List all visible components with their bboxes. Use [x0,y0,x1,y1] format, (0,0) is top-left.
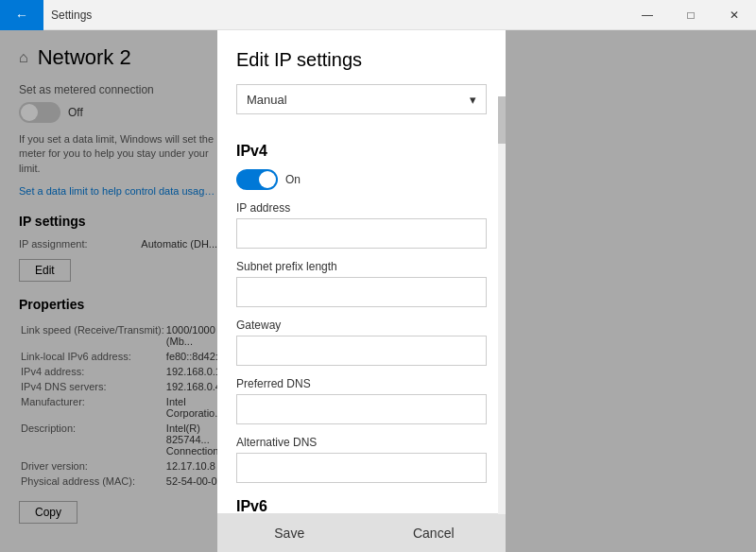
back-icon: ← [15,8,28,23]
gateway-field-group: Gateway [236,319,487,377]
title-bar: ← Settings — □ ✕ [0,0,756,30]
gateway-input[interactable] [236,336,487,366]
preferred-dns-field-group: Preferred DNS [236,377,487,436]
dropdown-value: Manual [247,93,287,107]
alt-dns-field-group: Alternative DNS [236,436,487,494]
modal-title: Edit IP settings [236,49,487,71]
chevron-down-icon: ▾ [470,93,476,107]
ip-address-label: IP address [236,201,487,215]
close-button[interactable]: ✕ [713,0,756,30]
save-button[interactable]: Save [217,514,362,552]
ip-mode-dropdown[interactable]: Manual ▾ [236,84,487,114]
app-title: Settings [51,9,92,22]
alt-dns-input[interactable] [236,453,487,483]
ipv4-toggle-row: On [236,169,487,190]
subnet-input[interactable] [236,277,487,307]
modal-header: Edit IP settings Manual ▾ [217,30,506,139]
modal-scrollbar[interactable] [498,96,506,514]
edit-ip-modal: Edit IP settings Manual ▾ IPv4 On IP add… [217,30,506,552]
scrollbar-thumb[interactable] [498,96,506,144]
ipv4-section-title: IPv4 [236,143,487,160]
modal-footer: Save Cancel [217,513,506,552]
gateway-label: Gateway [236,319,487,332]
preferred-dns-input[interactable] [236,394,487,424]
back-button[interactable]: ← [0,0,43,30]
window-controls: — □ ✕ [626,0,756,30]
ipv6-section-title: IPv6 [236,498,487,513]
preferred-dns-label: Preferred DNS [236,377,487,390]
minimize-button[interactable]: — [626,0,669,30]
alt-dns-label: Alternative DNS [236,436,487,449]
cancel-button[interactable]: Cancel [362,514,507,552]
ipv4-toggle-label: On [285,173,301,186]
modal-content: IPv4 On IP address Subnet prefix length … [217,139,506,513]
ipv4-toggle[interactable] [236,169,278,190]
title-bar-left: ← Settings [0,0,92,30]
ip-address-field-group: IP address [236,201,487,260]
subnet-field-group: Subnet prefix length [236,260,487,319]
ip-address-input[interactable] [236,218,487,249]
subnet-label: Subnet prefix length [236,260,487,273]
maximize-button[interactable]: □ [669,0,713,30]
